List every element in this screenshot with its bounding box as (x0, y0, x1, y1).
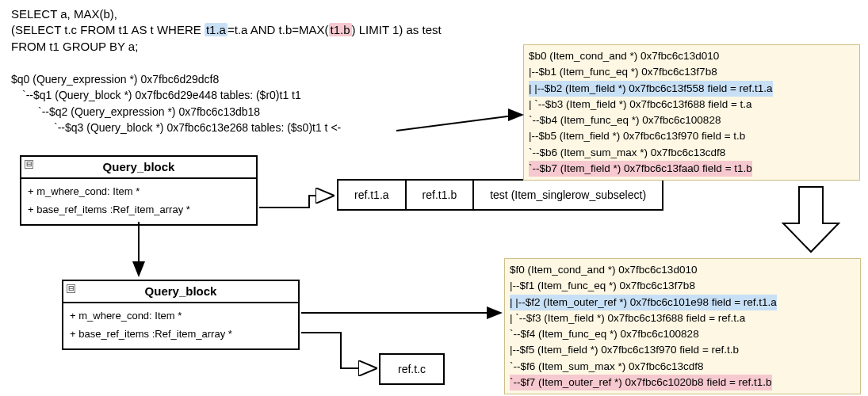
qtree-l1: `--$q1 (Query_block *) 0x7fbc6d29e448 ta… (11, 87, 341, 103)
bb-r0: $f0 (Item_cond_and *) 0x7fbc6c13d010 (510, 262, 855, 278)
bt-r5: |--$b5 (Item_field *) 0x7fbc6c13f970 fie… (529, 128, 855, 144)
uml2-row1: + m_where_cond: Item * (70, 307, 292, 325)
item-tree-after: $f0 (Item_cond_and *) 0x7fbc6c13d010 |--… (504, 258, 861, 394)
sql-line3: FROM t1 GROUP BY a; (11, 40, 138, 53)
bb-r4: `--$f4 (Item_func_eq *) 0x7fbc6c100828 (510, 326, 855, 342)
sql-line2-b: =t.a AND t.b=MAX( (228, 23, 329, 36)
sql-text: SELECT a, MAX(b), (SELECT t.c FROM t1 AS… (11, 6, 442, 55)
uml-query-block-1: ⊟ Query_block + m_where_cond: Item * + b… (20, 155, 258, 226)
uml2-title: Query_block (145, 284, 217, 298)
bb-r6: `--$f6 (Item_sum_max *) 0x7fbc6c13cdf8 (510, 359, 855, 375)
collapse-icon[interactable]: ⊟ (25, 160, 33, 169)
sql-line2-c: ) LIMIT 1) as test (352, 23, 442, 36)
qtree-l3: `--$q3 (Query_block *) 0x7fbc6c13e268 ta… (11, 120, 341, 135)
bb-r7: `--$f7 (Item_outer_ref *) 0x7fbc6c1020b8… (510, 375, 772, 390)
uml1-title: Query_block (103, 160, 175, 173)
sql-highlight-t1b: t1.b (329, 23, 352, 36)
bb-r2: | |--$f2 (Item_outer_ref *) 0x7fbc6c101e… (510, 295, 777, 310)
bt-r6: `--$b6 (Item_sum_max *) 0x7fbc6c13cdf8 (529, 145, 855, 161)
transform-arrow-icon (783, 187, 839, 252)
bt-r1: |--$b1 (Item_func_eq *) 0x7fbc6c13f7b8 (529, 64, 855, 80)
uml1-row1: + m_where_cond: Item * (28, 182, 250, 200)
cell-test-subselect: test (Item_singlerow_subselect) (474, 181, 662, 209)
qtree-l2: `--$q2 (Query_expression *) 0x7fbc6c13db… (11, 104, 341, 120)
cell-ref-t-c: ref.t.c (379, 353, 445, 385)
bb-r3: | `--$f3 (Item_field *) 0x7fbc6c13f688 f… (510, 310, 855, 326)
uml1-row2: + base_ref_items :Ref_item_array * (28, 200, 250, 219)
bb-r1: |--$f1 (Item_func_eq *) 0x7fbc6c13f7b8 (510, 278, 855, 294)
bt-r0: $b0 (Item_cond_and *) 0x7fbc6c13d010 (529, 48, 855, 64)
uml-query-block-2: ⊟ Query_block + m_where_cond: Item * + b… (62, 280, 300, 350)
bt-r3: | `--$b3 (Item_field *) 0x7fbc6c13f688 f… (529, 97, 855, 112)
bb-r5: |--$f5 (Item_field *) 0x7fbc6c13f970 fie… (510, 342, 855, 358)
query-tree-text: $q0 (Query_expression *) 0x7fbc6d29dcf8 … (11, 71, 341, 135)
sql-highlight-t1a: t1.a (205, 23, 228, 36)
bt-r4: `--$b4 (Item_func_eq *) 0x7fbc6c100828 (529, 112, 855, 128)
qtree-l0: $q0 (Query_expression *) 0x7fbc6d29dcf8 (11, 71, 341, 87)
sql-line1: SELECT a, MAX(b), (11, 7, 117, 21)
bt-r2: | |--$b2 (Item_field *) 0x7fbc6c13f558 f… (529, 81, 773, 97)
cell-ref-t1-a: ref.t1.a (338, 181, 407, 209)
item-tree-before: $b0 (Item_cond_and *) 0x7fbc6c13d010 |--… (523, 44, 860, 181)
uml2-row2: + base_ref_items :Ref_item_array * (70, 325, 292, 343)
bt-r7: `--$b7 (Item_field *) 0x7fbc6c13faa0 fie… (529, 161, 752, 177)
cell-ref-t1-b: ref.t1.b (407, 181, 475, 209)
collapse-icon[interactable]: ⊟ (67, 284, 75, 293)
ref-items-row: ref.t1.a ref.t1.b test (Item_singlerow_s… (337, 179, 663, 211)
sql-line2-a: (SELECT t.c FROM t1 AS t WHERE (11, 23, 205, 36)
